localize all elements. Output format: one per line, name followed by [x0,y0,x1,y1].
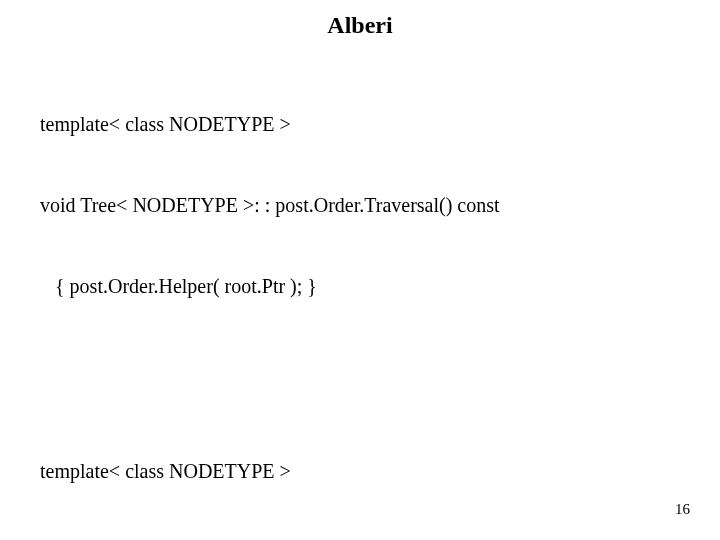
code-block-2: template< class NODETYPE > void Tree< NO… [40,404,680,540]
code-line: { post.Order.Helper( root.Ptr ); } [40,273,680,300]
code-line: template< class NODETYPE > [40,458,680,485]
slide: Alberi template< class NODETYPE > void T… [0,0,720,540]
code-line: void Tree< NODETYPE >: : post.Order.Trav… [40,192,680,219]
spacer [40,354,680,404]
code-line: template< class NODETYPE > [40,111,680,138]
page-title: Alberi [40,12,680,39]
code-block-1: template< class NODETYPE > void Tree< NO… [40,57,680,354]
page-number: 16 [675,501,690,518]
